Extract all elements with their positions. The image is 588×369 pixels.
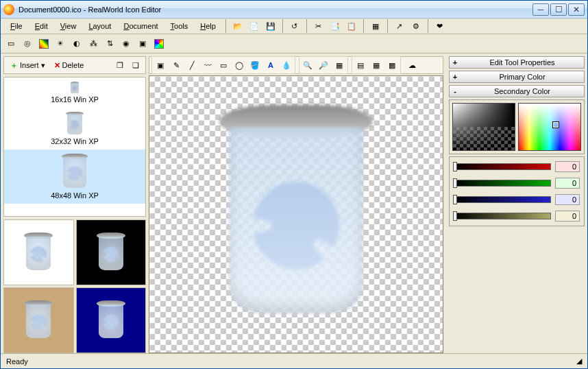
menu-help[interactable]: Help [195, 21, 221, 32]
slider-thumb[interactable] [453, 211, 457, 221]
image-item-label: 48x48 Win XP [51, 191, 99, 200]
slider-track[interactable] [454, 213, 551, 219]
close-button[interactable]: ✕ [568, 3, 585, 16]
grid2-icon[interactable]: ▦ [369, 58, 384, 73]
resize-grip-icon: ◢ [576, 357, 582, 366]
panel-primary-color[interactable]: + Primary Color [449, 71, 585, 83]
slider-value[interactable]: 0 [555, 194, 580, 205]
slider-track[interactable] [454, 180, 551, 187]
slider-track[interactable] [454, 163, 551, 170]
color-slider[interactable]: 0 [454, 178, 580, 189]
ellipse-tool-icon[interactable]: ◯ [232, 58, 247, 73]
mask-icon[interactable]: ☁ [404, 58, 419, 73]
canvas-toolbar: ▣ ✎ ╱ 〰 ▭ ◯ 🪣 A 💧 🔍 🔎 ▦ ▤ ▦ ▩ ☁ [149, 56, 443, 74]
preview-cell[interactable] [3, 287, 74, 353]
text-tool-icon[interactable]: A [263, 58, 278, 73]
x-icon: ✕ [54, 61, 60, 70]
image-list-toolbar: ＋ Insert ▾ ✕ Delete ❐ ❏ [3, 56, 146, 74]
color-slider[interactable]: 0 [454, 194, 580, 205]
slider-value[interactable]: 0 [555, 211, 580, 222]
separator [387, 19, 388, 33]
line-tool-icon[interactable]: ╱ [184, 58, 199, 73]
effect4-icon[interactable]: ▣ [135, 36, 150, 51]
open-icon[interactable]: 📂 [230, 19, 245, 34]
status-text: Ready [6, 357, 576, 366]
image-item[interactable]: 32x32 Win XP [4, 108, 145, 150]
color-slider[interactable]: 0 [454, 211, 580, 222]
zoom-out-icon[interactable]: 🔎 [316, 58, 331, 73]
panel-secondary-color[interactable]: - Secondary Color [449, 85, 585, 97]
panel-edit-tool[interactable]: + Edit Tool Properties [449, 56, 585, 69]
select-tool-icon[interactable]: ▣ [153, 58, 168, 73]
paste-icon[interactable]: 📋 [344, 19, 359, 34]
fit-icon[interactable]: ▦ [332, 58, 347, 73]
editing-canvas[interactable] [149, 75, 443, 353]
fill-tool-icon[interactable]: 🪣 [247, 58, 262, 73]
curve-tool-icon[interactable]: 〰 [200, 58, 215, 73]
rect-tool-icon[interactable]: ▭ [216, 58, 231, 73]
second-toolbar: ▭ ◎ ☀ ◐ ⁂ ⇅ ◉ ▣ [1, 34, 587, 53]
panel-icon[interactable]: ▦ [368, 19, 383, 34]
maximize-button[interactable]: ☐ [550, 3, 567, 16]
brightness-icon[interactable]: ☀ [53, 36, 68, 51]
dropper-tool-icon[interactable]: 💧 [279, 58, 294, 73]
window-title: Document0000.ico - RealWorld Icon Editor [19, 5, 531, 14]
copy-image-icon[interactable]: ❐ [112, 58, 127, 73]
undo-icon[interactable]: ↺ [287, 19, 302, 34]
menu-document[interactable]: Document [118, 21, 163, 32]
effect3-icon[interactable]: ◉ [119, 36, 134, 51]
preview-cell[interactable] [3, 219, 74, 285]
pencil-tool-icon[interactable]: ✎ [169, 58, 184, 73]
menu-view[interactable]: View [55, 21, 82, 32]
tool1-icon[interactable]: ▭ [3, 36, 19, 51]
image-item[interactable]: 48x48 Win XP [4, 150, 145, 204]
preview-cell[interactable] [76, 287, 147, 353]
zoom-in-icon[interactable]: 🔍 [300, 58, 315, 73]
export-icon[interactable]: ↗ [392, 19, 407, 34]
menubar: File Edit View Layout Document Tools Hel… [1, 19, 587, 34]
menu-file[interactable]: File [5, 21, 28, 32]
custom-icon[interactable]: ⚙ [408, 19, 424, 34]
collapse-icon: - [450, 87, 461, 95]
preview-cell[interactable] [76, 219, 147, 285]
value-picker[interactable] [452, 103, 515, 151]
color-picker [449, 99, 585, 154]
right-panel: + Edit Tool Properties + Primary Color -… [446, 53, 587, 353]
color-slider[interactable]: 0 [454, 161, 580, 172]
slider-value[interactable]: 0 [555, 161, 580, 172]
palette-icon[interactable] [151, 36, 167, 51]
cut-icon[interactable]: ✂ [311, 19, 326, 34]
titlebar: Document0000.ico - RealWorld Icon Editor… [1, 1, 587, 19]
slider-track[interactable] [454, 196, 551, 203]
delete-button[interactable]: ✕ Delete [50, 59, 88, 72]
effect2-icon[interactable]: ⇅ [102, 36, 117, 51]
tool2-icon[interactable]: ◎ [20, 36, 35, 51]
menu-tools[interactable]: Tools [165, 21, 194, 32]
insert-button[interactable]: ＋ Insert ▾ [6, 58, 49, 73]
grid1-icon[interactable]: ▤ [353, 58, 368, 73]
minimize-button[interactable]: ─ [532, 3, 549, 16]
left-panel: ＋ Insert ▾ ✕ Delete ❐ ❏ 16x16 Win XP32x3… [1, 53, 149, 353]
new-icon[interactable]: 📄 [247, 19, 262, 34]
expand-icon: + [450, 73, 461, 81]
slider-thumb[interactable] [453, 162, 457, 171]
hue-picker[interactable] [518, 103, 581, 151]
slider-thumb[interactable] [453, 178, 457, 188]
plus-icon: ＋ [10, 60, 18, 71]
paste-image-icon[interactable]: ❏ [128, 58, 143, 73]
save-icon[interactable]: 💾 [263, 19, 278, 34]
image-item[interactable]: 16x16 Win XP [4, 78, 145, 108]
copy-icon[interactable]: 📑 [328, 19, 343, 34]
menu-layout[interactable]: Layout [83, 21, 117, 32]
contrast-icon[interactable]: ◐ [69, 36, 84, 51]
preview-grid [3, 219, 146, 353]
grid3-icon[interactable]: ▩ [384, 58, 400, 73]
donate-icon[interactable]: ❤ [432, 19, 448, 34]
gradient-icon[interactable] [36, 36, 51, 51]
image-list[interactable]: 16x16 Win XP32x32 Win XP48x48 Win XP [3, 77, 146, 217]
menu-edit[interactable]: Edit [29, 21, 53, 32]
effect1-icon[interactable]: ⁂ [86, 36, 101, 51]
slider-value[interactable]: 0 [555, 178, 580, 189]
panel-edit-label: Edit Tool Properties [461, 58, 584, 67]
slider-thumb[interactable] [453, 195, 457, 204]
